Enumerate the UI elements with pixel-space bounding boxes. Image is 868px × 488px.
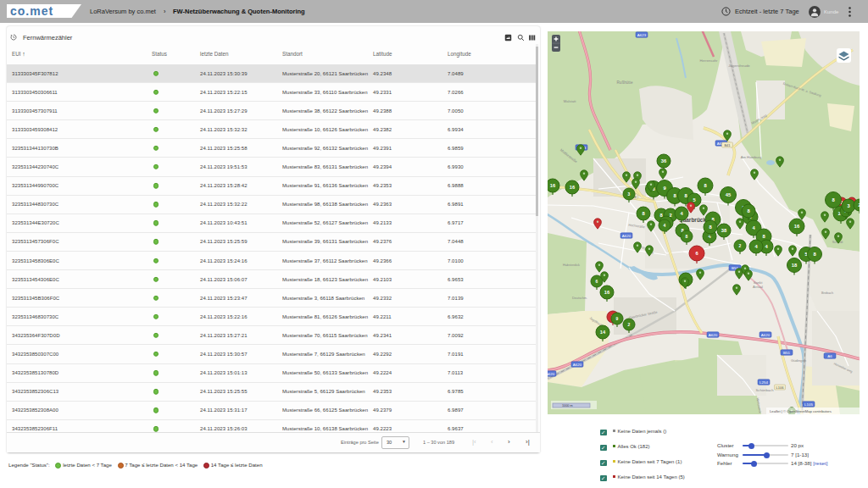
svg-text:A6: A6: [827, 354, 832, 358]
svg-text:SanktArnual: SanktArnual: [753, 280, 763, 289]
svg-text:Am Homburg: Am Homburg: [741, 155, 762, 159]
svg-text:Malstatt: Malstatt: [564, 99, 576, 103]
svg-text:16: 16: [604, 290, 610, 295]
svg-text:A620: A620: [573, 363, 582, 367]
svg-text:2: 2: [859, 202, 860, 208]
svg-text:18: 18: [792, 263, 798, 268]
svg-text:2: 2: [739, 243, 742, 248]
svg-text:Herrensohr: Herrensohr: [700, 58, 719, 63]
svg-text:3: 3: [628, 191, 631, 197]
svg-text:6: 6: [596, 279, 598, 284]
svg-text:14: 14: [600, 330, 606, 335]
svg-text:2: 2: [628, 322, 631, 327]
svg-text:16: 16: [550, 183, 556, 188]
svg-text:16: 16: [570, 185, 576, 190]
svg-text:38: 38: [721, 228, 727, 233]
svg-text:B51: B51: [783, 351, 790, 355]
svg-text:36: 36: [661, 158, 667, 164]
svg-text:A623: A623: [637, 33, 647, 37]
svg-text:Jägersfreude: Jägersfreude: [728, 64, 750, 68]
svg-text:1000 m: 1000 m: [562, 404, 573, 408]
svg-text:16: 16: [794, 224, 800, 229]
svg-text:Güdingen: Güdingen: [791, 358, 807, 363]
svg-text:8: 8: [686, 234, 688, 239]
svg-text:Habsterdick: Habsterdick: [563, 263, 580, 267]
svg-text:Deutschm.: Deutschm.: [572, 297, 587, 300]
svg-text:9: 9: [616, 316, 619, 321]
svg-text:45: 45: [726, 192, 732, 197]
svg-text:A620: A620: [622, 234, 632, 238]
svg-text:A620: A620: [761, 333, 771, 337]
svg-text:L254: L254: [760, 380, 768, 385]
svg-text:Schönbach: Schönbach: [756, 388, 775, 392]
svg-text:L105: L105: [804, 402, 813, 407]
svg-text:Leaflet | © OpenStreetMap cont: Leaflet | © OpenStreetMap contributors: [770, 409, 832, 413]
svg-text:4: 4: [664, 223, 666, 228]
svg-text:L106: L106: [776, 385, 785, 390]
svg-text:A620: A620: [709, 333, 718, 337]
svg-text:Rußhütte: Rußhütte: [617, 80, 633, 85]
svg-text:Brebach: Brebach: [821, 291, 833, 295]
svg-text:B41: B41: [724, 143, 731, 147]
svg-text:A620: A620: [548, 372, 555, 376]
